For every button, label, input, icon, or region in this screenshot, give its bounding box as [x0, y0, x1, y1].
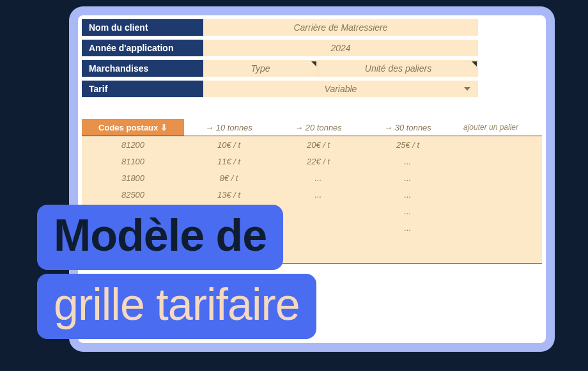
cell-price[interactable]: 13€ / t	[184, 186, 274, 203]
row-client: Nom du client Carrière de Matressiere	[82, 19, 542, 36]
cell-price[interactable]	[453, 186, 529, 203]
cell-price[interactable]: ...	[274, 170, 363, 186]
label-year: Année d'application	[82, 40, 203, 56]
table-row: 8120010€ / t20€ / t25€ / t	[82, 136, 542, 153]
input-year[interactable]: 2024	[203, 40, 478, 56]
row-goods: Marchandises Type Unité des paliers	[82, 60, 542, 77]
cell-price[interactable]: 20€ / t	[274, 136, 363, 153]
title-line-1: Modèle de	[37, 205, 283, 270]
cell-price[interactable]	[453, 170, 529, 186]
cell-price[interactable]	[453, 136, 529, 153]
col-tier3-header: → 30 tonnes	[363, 119, 453, 136]
col-tier2-header: → 20 tonnes	[274, 119, 363, 136]
marker-icon	[472, 61, 477, 67]
cell-price[interactable]: 11€ / t	[184, 153, 274, 170]
row-tarif: Tarif Variable	[82, 81, 542, 97]
label-client: Nom du client	[82, 19, 203, 36]
cell-price[interactable]	[453, 203, 529, 219]
cell-code[interactable]: 81100	[82, 153, 184, 170]
goods-unit-text: Unité des paliers	[365, 63, 431, 74]
cell-price[interactable]: 25€ / t	[363, 136, 453, 153]
input-goods-unit[interactable]: Unité des paliers	[318, 60, 478, 77]
title-line-2: grille tarifaire	[37, 274, 316, 339]
goods-type-text: Type	[251, 63, 270, 74]
cell-price[interactable]: 22€ / t	[274, 153, 363, 170]
chevron-down-icon	[464, 87, 470, 91]
add-tier-button[interactable]: ajouter un palier	[453, 119, 529, 136]
select-tarif[interactable]: Variable	[203, 81, 478, 97]
row-year: Année d'application 2024	[82, 40, 542, 56]
cell-price[interactable]: ...	[274, 186, 363, 203]
col-tier1-header: → 10 tonnes	[184, 119, 274, 136]
cell-price[interactable]: 10€ / t	[184, 136, 274, 153]
cell-price[interactable]: ...	[363, 186, 453, 203]
cell-code[interactable]: 81200	[82, 136, 184, 153]
input-client[interactable]: Carrière de Matressiere	[203, 19, 478, 36]
title-text-2: grille tarifaire	[54, 280, 300, 329]
label-tarif: Tarif	[82, 81, 203, 97]
cell-price[interactable]	[453, 153, 529, 170]
tarif-value-text: Variable	[325, 84, 357, 94]
input-goods-type[interactable]: Type	[203, 60, 318, 77]
cell-price[interactable]: ...	[363, 203, 453, 219]
table-row: 8250013€ / t......	[82, 186, 542, 203]
title-overlay: Modèle de grille tarifaire	[37, 205, 316, 343]
marker-icon	[311, 61, 316, 67]
cell-price[interactable]: ...	[363, 170, 453, 186]
title-text-1: Modèle de	[54, 210, 267, 260]
table-header: Codes postaux ⇩ → 10 tonnes → 20 tonnes …	[82, 119, 542, 136]
cell-price[interactable]: 8€ / t	[184, 170, 274, 186]
col-codes-header[interactable]: Codes postaux ⇩	[82, 119, 184, 136]
label-goods: Marchandises	[82, 60, 203, 77]
cell-price[interactable]: ...	[363, 219, 453, 236]
cell-code[interactable]: 31800	[82, 170, 184, 186]
cell-price[interactable]	[453, 219, 529, 236]
table-row: 318008€ / t......	[82, 170, 542, 186]
cell-price[interactable]: ...	[363, 153, 453, 170]
cell-code[interactable]: 82500	[82, 186, 184, 203]
table-row: 8110011€ / t22€ / t...	[82, 153, 542, 170]
